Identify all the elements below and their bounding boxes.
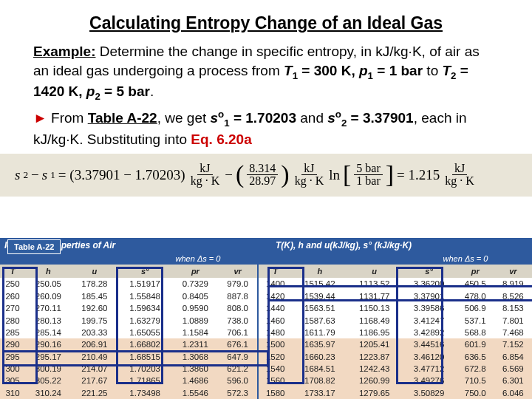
table-badge: Table A-22 — [7, 239, 61, 254]
equation-display: s2 − s1 = (3.37901 − 1.70203) kJkg · K −… — [0, 154, 532, 197]
table-row: 310310.24221.251.734981.5546572.31580173… — [0, 387, 532, 399]
page-title: Calculating Entropy Change of an Ideal G… — [22, 13, 510, 33]
col-header: T — [0, 265, 25, 278]
table-row: 285285.14203.331.650551.1584706.11480161… — [0, 327, 532, 338]
col-header: u — [72, 265, 118, 278]
table-row: 250250.05178.281.519170.7329979.01400151… — [0, 278, 532, 290]
col-header: T — [258, 265, 293, 278]
table-row: 305305.22217.671.718651.4686596.01560170… — [0, 375, 532, 386]
play-icon: ► — [33, 110, 47, 126]
table-row: 260260.09185.451.558480.8405887.81420153… — [0, 290, 532, 302]
col-header: h — [25, 265, 72, 278]
table-row: 300300.19214.071.702031.3860621.21540168… — [0, 363, 532, 375]
data-table: Table A-22 Ideal Gas Properties of Air T… — [0, 238, 532, 399]
example-paragraph: Example: Determine the change in specifi… — [33, 42, 499, 103]
col-header: pr — [457, 265, 494, 278]
example-label: Example: — [33, 44, 95, 59]
table-row: 280280.13199.751.632791.0889738.01460158… — [0, 314, 532, 326]
equation-ref: Eq. 6.20a — [191, 132, 251, 147]
table-row: 270270.11192.601.596340.9590808.01440156… — [0, 302, 532, 314]
col-header: s° — [117, 265, 172, 278]
col-header: s° — [402, 265, 457, 278]
col-header: vr — [219, 265, 258, 278]
table-row: 295295.17210.491.685151.3068647.91520166… — [0, 351, 532, 363]
col-header: vr — [494, 265, 532, 278]
solution-paragraph: ► From Table A-22, we get so1 = 1.70203 … — [33, 108, 499, 149]
col-header: h — [293, 265, 347, 278]
table-ref: Table A-22 — [88, 110, 157, 126]
col-header: u — [347, 265, 402, 278]
col-header: pr — [172, 265, 219, 278]
table-row: 290290.16206.911.668021.2311676.11500163… — [0, 338, 532, 350]
